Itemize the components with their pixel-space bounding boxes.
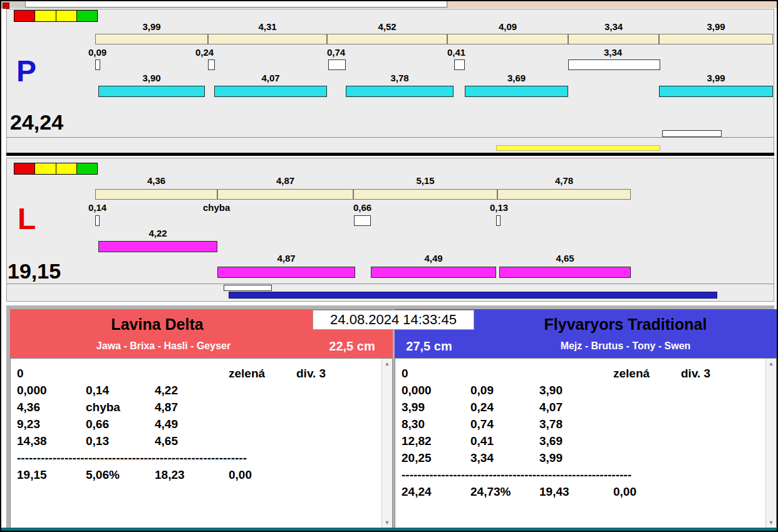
leg-bar-segment [208,34,327,44]
status-color: zelená [229,365,265,382]
cross-marker-box [95,59,100,70]
start-lights-p [14,10,98,22]
leg-time-label: 4,78 [497,175,631,186]
light-green-icon [77,11,97,21]
cross-marker-box [354,215,371,226]
result-summary-row: 19,15 5,06% 18,23 0,00 [11,466,392,483]
top-tan-segment [448,1,778,8]
lane-l-marker-box [224,285,272,291]
right-panel-scrollbar[interactable]: ▲ ▼ [765,359,776,528]
leg-bar-segment [568,34,659,44]
scroll-up-icon[interactable]: ▲ [382,361,392,367]
run-time-label: 3,90 [98,73,205,83]
cross-marker-box [208,59,215,70]
result-row: 0,000 0,09 3,90 [395,382,776,399]
heat-number: 0 [17,365,24,382]
result-status-row: 0 zelená div. 3 [395,365,776,382]
cross-time-label: 3,34 [604,47,622,58]
leg-time-label: 5,15 [353,175,497,186]
left-jump-height: 22,5 cm [314,339,390,354]
left-results-panel: 0 zelená div. 3 0,000 0,14 4,22 4,36 chy… [10,358,393,528]
lane-p-letter: P [16,56,36,86]
run-time-label: 3,69 [465,73,568,83]
lane-l-total: 19,15 [8,260,61,282]
leg-bar-segment [353,189,497,200]
result-row: 9,23 0,66 4,49 [11,416,392,432]
leg-bar-segment [95,34,208,44]
lane-p-total: 24,24 [10,111,63,133]
result-row: 14,38 0,13 4,65 [11,432,392,449]
start-lights-l [14,163,98,175]
run-bar [346,86,454,97]
run-bar [659,86,773,97]
left-panel-scrollbar[interactable]: ▲ ▼ [381,359,392,528]
leg-time-label: 4,36 [95,175,217,186]
result-summary-row: 24,24 24,73% 19,43 0,00 [395,483,776,500]
datetime-display: 24.08.2024 14:33:45 [313,310,474,330]
result-row: 3,99 0,24 4,07 [395,399,776,416]
leg-time-label: 4,52 [327,21,447,32]
run-time-label: 4,87 [217,253,355,263]
top-window-strip [1,1,778,8]
cross-marker-box [454,59,465,70]
top-red-marker [3,3,9,9]
run-bar [371,267,496,278]
cross-time-label: 0,66 [353,202,371,213]
light-yellow-icon [35,11,56,21]
light-yellow-icon [56,163,77,174]
result-separator: ----------------------------------------… [395,466,776,483]
light-yellow-icon [56,11,77,21]
cross-marker-box [95,215,100,226]
scroll-down-icon[interactable]: ▼ [382,519,392,526]
left-team-dogs: Jawa - Brixa - Hasli - Geyser [10,340,317,352]
cross-time-label: chyba [203,202,230,213]
result-row: 12,82 0,41 3,69 [395,432,776,449]
cross-time-label: 0,41 [447,47,465,58]
cross-time-label: 0,14 [88,202,106,213]
top-white-segment [25,1,447,8]
bottom-taskbar-strip [1,528,778,532]
right-results-panel: 0 zelená div. 3 0,000 0,09 3,90 3,99 0,2… [395,358,777,528]
lane-p-track-line [6,137,774,138]
light-red-icon [14,163,35,174]
lane-l-progress-bar [229,292,717,299]
cross-marker-box [328,59,346,70]
leg-bar-segment [95,189,217,200]
heat-number: 0 [402,365,408,382]
lane-p-progress-bar [496,145,660,151]
leg-time-label: 4,87 [217,175,353,186]
light-red-icon [14,11,35,21]
left-team-name: Lavina Delta [10,315,304,334]
run-bar [214,86,327,97]
lane-divider [6,153,774,156]
division-label: div. 3 [681,365,710,382]
result-row: 0,000 0,14 4,22 [11,382,392,399]
run-bar [98,86,205,97]
leg-bar-segment [327,34,447,44]
leg-bar-segment [659,34,773,44]
lane-l-letter: L [18,204,36,234]
cross-time-label: 0,13 [490,202,508,213]
leg-bar-segment [497,189,631,200]
right-team-dogs: Mejz - Brutus - Tony - Swen [474,340,777,352]
run-bar [98,241,217,252]
scroll-down-icon[interactable]: ▼ [766,519,776,526]
light-yellow-icon [35,163,56,174]
leg-time-label: 3,99 [659,21,773,32]
leg-bar-segment [217,189,353,200]
leg-bar-segment [447,34,568,44]
leg-time-label: 3,34 [568,21,659,32]
lane-l-track-line [6,284,774,284]
result-row: 8,30 0,74 3,78 [395,416,776,432]
scroll-up-icon[interactable]: ▲ [766,361,776,367]
right-team-name: Flyvaryors Traditional [474,315,777,334]
right-jump-height: 27,5 cm [395,339,464,354]
run-time-label: 3,78 [346,73,454,83]
leg-time-label: 4,31 [208,21,327,32]
result-row: 4,36 chyba 4,87 [11,399,392,416]
result-row: 20,25 3,34 3,99 [395,449,776,466]
cross-time-label: 0,24 [195,47,214,58]
run-time-label: 4,49 [371,253,496,263]
run-bar [217,267,355,278]
run-bar [499,267,631,278]
